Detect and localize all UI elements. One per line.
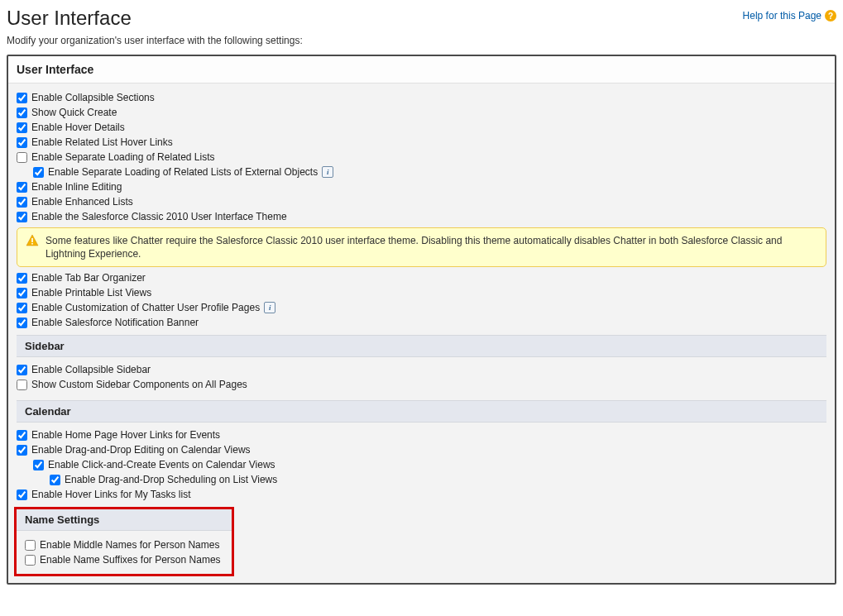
checkbox-row-printable-list-views: Enable Printable List Views xyxy=(17,285,826,300)
checkbox-label: Show Quick Create xyxy=(31,107,117,118)
checkbox-custom-sidebar-all-pages[interactable] xyxy=(17,380,27,390)
checkbox-label: Enable Separate Loading of Related Lists… xyxy=(48,166,318,178)
checkbox-collapsible-sections[interactable] xyxy=(17,93,27,103)
checkbox-row-enhanced-lists: Enable Enhanced Lists xyxy=(17,194,826,209)
checkbox-drag-drop-calendar[interactable] xyxy=(17,445,27,456)
section-header-user-interface: User Interface xyxy=(8,56,835,84)
checkbox-notification-banner[interactable] xyxy=(17,318,27,328)
checkbox-label: Enable Collapsible Sections xyxy=(31,92,155,103)
checkbox-label: Enable Home Page Hover Links for Events xyxy=(31,429,220,441)
checkbox-middle-names[interactable] xyxy=(25,540,36,551)
checkbox-row-click-create-events: Enable Click-and-Create Events on Calend… xyxy=(17,457,826,472)
checkbox-label: Enable Drag-and-Drop Scheduling on List … xyxy=(65,474,277,485)
warning-box: Some features like Chatter require the S… xyxy=(17,227,826,267)
checkbox-hover-my-tasks[interactable] xyxy=(17,489,27,500)
info-icon[interactable]: i xyxy=(264,302,275,313)
section-header-name-settings: Name Settings xyxy=(17,509,232,531)
help-icon: ? xyxy=(825,10,836,21)
info-icon[interactable]: i xyxy=(322,166,333,178)
checkbox-row-separate-loading-external: Enable Separate Loading of Related Lists… xyxy=(17,165,826,179)
checkbox-row-custom-sidebar-all-pages: Show Custom Sidebar Components on All Pa… xyxy=(17,377,826,392)
checkbox-label: Enable Separate Loading of Related Lists xyxy=(31,151,215,163)
checkbox-row-separate-loading: Enable Separate Loading of Related Lists xyxy=(17,150,826,165)
checkbox-row-classic-2010-theme: Enable the Salesforce Classic 2010 User … xyxy=(17,209,826,224)
checkbox-separate-loading-external[interactable] xyxy=(33,167,44,178)
checkbox-label: Enable Hover Links for My Tasks list xyxy=(31,489,191,500)
main-panel: User Interface Enable Collapsible Sectio… xyxy=(7,55,836,585)
checkbox-related-list-hover[interactable] xyxy=(17,137,27,148)
highlight-name-settings: Name Settings Enable Middle Names for Pe… xyxy=(14,507,234,576)
checkbox-row-collapsible-sidebar: Enable Collapsible Sidebar xyxy=(17,362,826,377)
checkbox-row-collapsible-sections: Enable Collapsible Sections xyxy=(17,90,826,105)
help-link-text: Help for this Page xyxy=(743,10,821,21)
checkbox-row-related-list-hover: Enable Related List Hover Links xyxy=(17,135,826,150)
checkbox-label: Enable Inline Editing xyxy=(31,181,122,193)
checkbox-label: Enable Name Suffixes for Person Names xyxy=(40,554,221,566)
checkbox-click-create-events[interactable] xyxy=(33,460,44,470)
checkbox-chatter-profile-pages[interactable] xyxy=(17,303,27,313)
page-subtitle: Modify your organization's user interfac… xyxy=(7,35,836,46)
checkbox-row-drag-drop-list-views: Enable Drag-and-Drop Scheduling on List … xyxy=(17,472,826,487)
checkbox-label: Enable Hover Details xyxy=(31,122,125,133)
help-for-this-page-link[interactable]: Help for this Page ? xyxy=(743,7,836,21)
checkbox-label: Enable Drag-and-Drop Editing on Calendar… xyxy=(31,444,251,456)
checkbox-classic-2010-theme[interactable] xyxy=(17,212,27,222)
checkbox-label: Enable the Salesforce Classic 2010 User … xyxy=(31,211,287,222)
checkbox-show-quick-create[interactable] xyxy=(17,107,27,118)
checkbox-row-chatter-profile-pages: Enable Customization of Chatter User Pro… xyxy=(17,300,826,315)
checkbox-label: Enable Click-and-Create Events on Calend… xyxy=(48,459,275,470)
checkbox-printable-list-views[interactable] xyxy=(17,288,27,298)
checkbox-label: Enable Customization of Chatter User Pro… xyxy=(31,302,260,313)
checkbox-collapsible-sidebar[interactable] xyxy=(17,365,27,375)
checkbox-enhanced-lists[interactable] xyxy=(17,197,27,208)
checkbox-name-suffixes[interactable] xyxy=(25,555,36,566)
checkbox-label: Enable Collapsible Sidebar xyxy=(31,364,151,375)
svg-rect-1 xyxy=(31,243,33,245)
checkbox-row-hover-my-tasks: Enable Hover Links for My Tasks list xyxy=(17,487,826,502)
checkbox-tab-bar-organizer[interactable] xyxy=(17,273,27,284)
checkbox-label: Enable Related List Hover Links xyxy=(31,136,173,148)
section-header-calendar: Calendar xyxy=(17,400,826,423)
checkbox-label: Enable Enhanced Lists xyxy=(31,196,133,208)
checkbox-row-middle-names: Enable Middle Names for Person Names xyxy=(25,537,223,552)
section-header-sidebar: Sidebar xyxy=(17,335,826,357)
svg-rect-0 xyxy=(31,238,33,242)
checkbox-row-drag-drop-calendar: Enable Drag-and-Drop Editing on Calendar… xyxy=(17,442,826,457)
checkbox-label: Enable Printable List Views xyxy=(31,287,151,298)
checkbox-label: Enable Salesforce Notification Banner xyxy=(31,317,199,328)
checkbox-hover-details[interactable] xyxy=(17,122,27,133)
checkbox-label: Enable Middle Names for Person Names xyxy=(40,539,219,551)
checkbox-label: Enable Tab Bar Organizer xyxy=(31,272,146,284)
checkbox-row-notification-banner: Enable Salesforce Notification Banner xyxy=(17,315,826,330)
page-title: User Interface xyxy=(7,7,132,30)
checkbox-home-hover-events[interactable] xyxy=(17,430,27,441)
checkbox-label: Show Custom Sidebar Components on All Pa… xyxy=(31,379,247,390)
checkbox-row-tab-bar-organizer: Enable Tab Bar Organizer xyxy=(17,270,826,285)
section-body-ui: Enable Collapsible Sections Show Quick C… xyxy=(8,84,835,583)
checkbox-row-hover-details: Enable Hover Details xyxy=(17,120,826,135)
checkbox-row-inline-editing: Enable Inline Editing xyxy=(17,179,826,194)
warning-text: Some features like Chatter require the S… xyxy=(46,234,817,260)
checkbox-inline-editing[interactable] xyxy=(17,182,27,193)
checkbox-row-home-hover-events: Enable Home Page Hover Links for Events xyxy=(17,427,826,442)
checkbox-row-show-quick-create: Show Quick Create xyxy=(17,105,826,120)
checkbox-separate-loading[interactable] xyxy=(17,152,27,163)
checkbox-drag-drop-list-views[interactable] xyxy=(50,475,60,485)
checkbox-row-name-suffixes: Enable Name Suffixes for Person Names xyxy=(25,552,223,567)
warning-icon xyxy=(26,234,39,247)
